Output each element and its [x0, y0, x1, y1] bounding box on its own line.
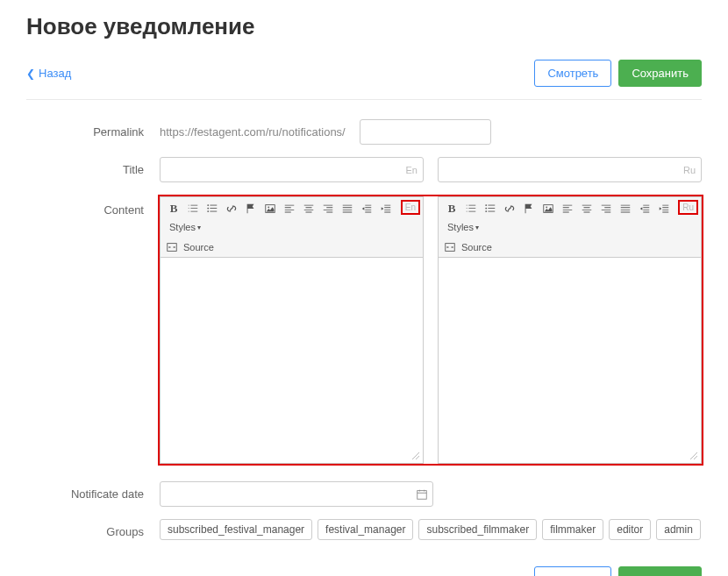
- title-en-input[interactable]: [160, 157, 424, 182]
- align-left-icon[interactable]: [560, 201, 575, 217]
- unordered-list-icon[interactable]: [482, 201, 498, 217]
- indent-icon[interactable]: [378, 201, 394, 217]
- group-tag[interactable]: festival_manager: [318, 519, 413, 540]
- groups-tags: subscribed_festival_manager festival_man…: [160, 519, 701, 540]
- group-tag[interactable]: subscribed_festival_manager: [160, 519, 312, 540]
- styles-label: Styles: [169, 222, 196, 232]
- group-tag[interactable]: editor: [609, 519, 651, 540]
- bold-icon[interactable]: B: [166, 201, 182, 217]
- title-label: Title: [26, 157, 160, 176]
- title-ru-input[interactable]: [438, 157, 702, 182]
- ordered-list-icon[interactable]: [463, 201, 479, 217]
- link-icon[interactable]: [502, 201, 517, 217]
- group-tag[interactable]: subscribed_filmmaker: [418, 519, 537, 540]
- back-label: Назад: [39, 67, 71, 80]
- resize-grip-icon[interactable]: [410, 451, 421, 461]
- link-icon[interactable]: [224, 201, 239, 217]
- svg-point-6: [485, 204, 487, 206]
- editor-ru-body[interactable]: [439, 258, 701, 463]
- svg-rect-5: [168, 244, 177, 252]
- editor-en-body[interactable]: [161, 258, 423, 463]
- source-button[interactable]: Source: [461, 242, 492, 252]
- image-icon[interactable]: [540, 201, 556, 217]
- align-right-icon[interactable]: [598, 201, 614, 217]
- source-icon[interactable]: [444, 241, 456, 253]
- chevron-left-icon: ❮: [26, 68, 35, 80]
- align-right-icon[interactable]: [320, 201, 336, 217]
- outdent-icon[interactable]: [359, 201, 375, 217]
- editor-en-lang-tag: En: [401, 200, 420, 215]
- svg-rect-12: [418, 490, 427, 499]
- chevron-down-icon: ▾: [475, 224, 479, 231]
- svg-point-1: [207, 208, 209, 210]
- source-icon[interactable]: [166, 241, 178, 253]
- image-icon[interactable]: [262, 201, 278, 217]
- editor-en-toolbar: B Styles ▾ En: [161, 197, 423, 258]
- lang-ru-tag: Ru: [683, 165, 696, 175]
- align-left-icon[interactable]: [282, 201, 297, 217]
- permalink-input[interactable]: [360, 119, 491, 145]
- align-justify-icon[interactable]: [617, 201, 633, 217]
- source-button[interactable]: Source: [183, 242, 214, 252]
- editor-ru: B Styles ▾ Ru: [438, 196, 702, 464]
- chevron-down-icon: ▾: [197, 224, 201, 231]
- styles-dropdown[interactable]: Styles ▾: [166, 220, 204, 234]
- bold-icon[interactable]: B: [444, 201, 460, 217]
- view-button-bottom[interactable]: Смотреть: [534, 566, 611, 576]
- calendar-icon[interactable]: [416, 488, 428, 501]
- svg-point-4: [268, 206, 269, 208]
- styles-dropdown[interactable]: Styles ▾: [444, 220, 482, 234]
- svg-point-7: [485, 208, 487, 210]
- editor-ru-lang-tag: Ru: [678, 200, 698, 215]
- align-center-icon[interactable]: [579, 201, 595, 217]
- editor-ru-toolbar: B Styles ▾ Ru: [439, 197, 701, 258]
- unordered-list-icon[interactable]: [204, 201, 220, 217]
- save-button-bottom[interactable]: Сохранить: [618, 566, 702, 576]
- permalink-label: Permalink: [26, 119, 160, 139]
- permalink-prefix: https://festagent.com/ru/notifications/: [160, 125, 346, 139]
- styles-label: Styles: [447, 222, 474, 232]
- resize-grip-icon[interactable]: [689, 451, 699, 461]
- group-tag[interactable]: filmmaker: [542, 519, 603, 540]
- flag-icon[interactable]: [243, 201, 259, 217]
- align-center-icon[interactable]: [301, 201, 317, 217]
- ordered-list-icon[interactable]: [185, 201, 201, 217]
- align-justify-icon[interactable]: [339, 201, 355, 217]
- notificate-date-label: Notificate date: [26, 481, 160, 501]
- notificate-date-input[interactable]: [160, 481, 433, 507]
- groups-label: Groups: [26, 519, 160, 538]
- outdent-icon[interactable]: [637, 201, 653, 217]
- back-link[interactable]: ❮ Назад: [26, 67, 71, 80]
- indent-icon[interactable]: [656, 201, 672, 217]
- save-button[interactable]: Сохранить: [618, 60, 702, 87]
- editor-en: B Styles ▾ En: [160, 196, 424, 464]
- view-button[interactable]: Смотреть: [534, 60, 611, 87]
- svg-point-2: [207, 210, 209, 212]
- svg-point-8: [485, 210, 487, 212]
- page-title: Новое уведомление: [26, 13, 702, 40]
- svg-point-0: [207, 204, 209, 206]
- svg-point-10: [546, 206, 547, 208]
- content-label: Content: [26, 195, 160, 217]
- svg-rect-11: [446, 244, 455, 252]
- lang-en-tag: En: [406, 165, 418, 175]
- group-tag[interactable]: admin: [656, 519, 701, 540]
- flag-icon[interactable]: [521, 201, 537, 217]
